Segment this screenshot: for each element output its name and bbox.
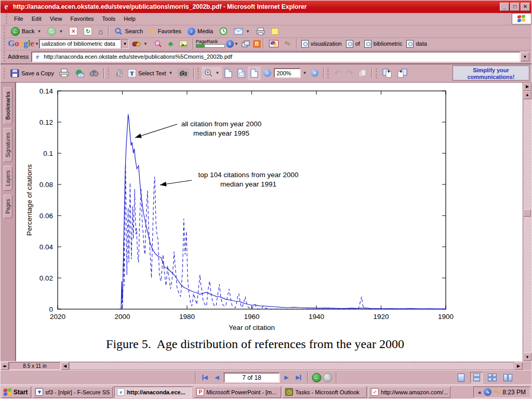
- images-button[interactable]: [176, 39, 191, 49]
- previous-view-button[interactable]: [380, 66, 395, 80]
- toolbar-overflow-icon[interactable]: ▶: [523, 83, 531, 91]
- page-info-dropdown-icon[interactable]: ▼: [234, 42, 238, 46]
- zoom-in-tool-button[interactable]: ▼: [202, 66, 222, 79]
- toolbar-grip[interactable]: [4, 38, 6, 49]
- zoom-value-dropdown-icon[interactable]: ▼: [302, 71, 307, 75]
- forward-button[interactable]: → ▼: [44, 25, 66, 37]
- word-find-button-bibliometric[interactable]: bibliometric: [362, 39, 405, 49]
- snapshot-button[interactable]: [176, 67, 191, 79]
- hand-tool-button[interactable]: [112, 66, 125, 79]
- next-view-button[interactable]: [395, 66, 410, 80]
- word-find-button-of[interactable]: of: [344, 39, 362, 49]
- google-dropdown-icon[interactable]: ▼: [35, 42, 39, 46]
- select-text-button[interactable]: T Select Text ▼: [125, 67, 176, 79]
- word-find-button-visualization[interactable]: visualization: [299, 39, 344, 49]
- email-button[interactable]: [72, 67, 87, 79]
- scroll-up-icon[interactable]: ▲: [523, 91, 531, 99]
- forward-dropdown-icon[interactable]: ▼: [59, 29, 63, 34]
- media-button[interactable]: ♪ Media: [184, 26, 216, 37]
- google-search-dropdown-icon[interactable]: ▼: [121, 39, 129, 49]
- facing-layout-button[interactable]: [501, 372, 514, 383]
- splitter-grip-icon[interactable]: ◂▸: [1, 362, 9, 370]
- menu-view[interactable]: View: [46, 14, 66, 23]
- search-web-button[interactable]: ▼: [129, 39, 151, 49]
- menu-file[interactable]: File: [10, 14, 28, 23]
- mail-button[interactable]: ▼: [231, 26, 253, 36]
- toolbar-grip[interactable]: [376, 68, 378, 78]
- tray-expand-icon[interactable]: «: [478, 389, 481, 395]
- first-page-button[interactable]: ◀: [200, 373, 210, 383]
- close-button[interactable]: ✕: [521, 3, 530, 11]
- vertical-scroll-track[interactable]: [523, 99, 531, 353]
- google-logo[interactable]: Google: [8, 38, 34, 49]
- next-view-circle-icon[interactable]: →: [323, 373, 332, 382]
- ad-banner-button[interactable]: Simplify your communications!: [453, 65, 529, 81]
- tray-clock[interactable]: 8:23 PM: [502, 389, 526, 396]
- address-dropdown-icon[interactable]: ▼: [521, 52, 529, 61]
- menu-favorites[interactable]: Favorites: [66, 14, 98, 23]
- im-feeling-lucky-button[interactable]: ♣: [165, 38, 176, 49]
- back-dropdown-icon[interactable]: ▼: [37, 29, 41, 34]
- start-button[interactable]: Start: [2, 387, 31, 398]
- continuous-facing-layout-button[interactable]: [486, 372, 498, 383]
- home-button[interactable]: ⌂: [95, 25, 106, 37]
- favorites-button[interactable]: ★ Favorites: [146, 25, 184, 37]
- acrobat-print-button[interactable]: [57, 66, 72, 79]
- actual-size-button[interactable]: [222, 66, 235, 80]
- search-site-button[interactable]: [151, 38, 165, 49]
- menu-edit[interactable]: Edit: [28, 14, 46, 23]
- blogger-icon[interactable]: B: [253, 40, 261, 48]
- taskbar-item-amazon[interactable]: ✓ http://www.amazon.com/...: [368, 387, 450, 398]
- fit-page-button[interactable]: [235, 66, 248, 80]
- zoom-level-field[interactable]: [274, 68, 301, 78]
- toolbar-grip[interactable]: [327, 68, 329, 78]
- tab-bookmarks[interactable]: Bookmarks: [4, 87, 12, 124]
- scroll-down-icon[interactable]: ▼: [523, 353, 531, 361]
- highlight-button[interactable]: ✎: [282, 38, 294, 49]
- zoom-out-button[interactable]: −: [261, 67, 274, 79]
- mail-dropdown-icon[interactable]: ▼: [246, 29, 250, 34]
- last-page-button[interactable]: ▶: [294, 373, 304, 383]
- page-number-field[interactable]: [224, 373, 280, 383]
- previous-page-button[interactable]: ◀: [212, 373, 222, 383]
- maximize-button[interactable]: □: [510, 3, 520, 11]
- print-button[interactable]: [253, 26, 268, 37]
- tab-signatures[interactable]: Signatures: [4, 128, 12, 162]
- copy-button[interactable]: [356, 67, 369, 79]
- save-a-copy-button[interactable]: Save a Copy: [8, 67, 57, 79]
- page-info-icon[interactable]: i: [226, 40, 234, 48]
- refresh-button[interactable]: ↻: [81, 25, 95, 37]
- taskbar-item-internet-explorer[interactable]: e http://anaconda.ece...: [114, 387, 192, 398]
- previous-view-circle-icon[interactable]: ←: [312, 373, 322, 382]
- toolbar-grip[interactable]: [4, 68, 6, 78]
- single-page-layout-button[interactable]: [455, 372, 467, 383]
- history-button[interactable]: [216, 25, 231, 37]
- toolbar-grip[interactable]: [6, 14, 8, 24]
- tray-messenger-icon[interactable]: ∿: [484, 388, 491, 396]
- menu-help[interactable]: Help: [119, 14, 140, 23]
- toolbar-grip[interactable]: [4, 26, 6, 36]
- options-button[interactable]: [266, 38, 282, 49]
- rotate-left-button[interactable]: ↶: [331, 66, 343, 80]
- scroll-left-icon[interactable]: ◀: [61, 362, 69, 370]
- zoom-dropdown-icon[interactable]: ▼: [216, 71, 220, 75]
- popup-blocker-button[interactable]: [238, 39, 253, 49]
- taskbar-item-fsecure[interactable]: ▼ sf3 - [nlpir] - F-Secure SS...: [33, 387, 113, 398]
- menu-tools[interactable]: Tools: [98, 14, 120, 23]
- word-find-button-data[interactable]: data: [404, 39, 429, 49]
- scroll-right-icon[interactable]: ▶: [514, 362, 523, 370]
- toolbar-grip[interactable]: [4, 51, 6, 62]
- tray-pen-icon[interactable]: ✎: [493, 387, 501, 396]
- toolbar-grip[interactable]: [108, 68, 110, 78]
- fit-width-button[interactable]: [248, 66, 261, 80]
- address-url[interactable]: http://anaconda.ecen.okstate.edu/steve/p…: [44, 54, 518, 60]
- tab-layers[interactable]: Layers: [4, 166, 12, 191]
- minimize-button[interactable]: _: [500, 3, 509, 11]
- search-dropdown-icon[interactable]: ▼: [143, 42, 148, 46]
- select-text-dropdown-icon[interactable]: ▼: [169, 71, 173, 75]
- taskbar-item-powerpoint[interactable]: P Microsoft PowerPoint - [m...: [194, 387, 281, 398]
- horizontal-scroll-track[interactable]: [69, 362, 514, 370]
- tab-pages[interactable]: Pages: [4, 194, 12, 218]
- back-button[interactable]: ← Back ▼: [8, 25, 44, 37]
- stop-button[interactable]: ✕: [66, 25, 81, 37]
